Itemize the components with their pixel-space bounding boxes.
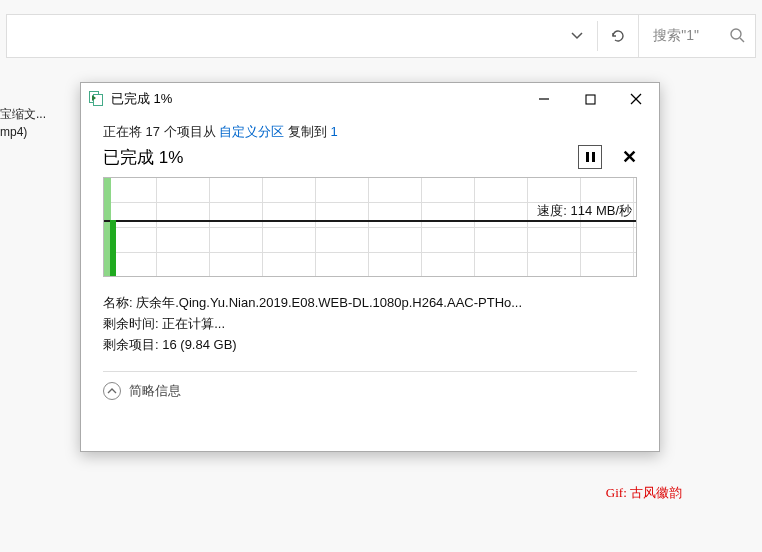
- search-box[interactable]: 搜索"1": [638, 15, 755, 57]
- progress-actions: ✕: [578, 145, 637, 169]
- file-item[interactable]: 宝缩文... mp4): [0, 105, 46, 141]
- graph-baseline: [104, 220, 636, 222]
- chevron-down-icon: [571, 30, 583, 42]
- minimize-button[interactable]: [521, 84, 567, 114]
- explorer-toolbar: 搜索"1": [6, 14, 756, 58]
- dialog-body: 正在将 17 个项目从 自定义分区 复制到 1 已完成 1% ✕ 速度: 114…: [81, 115, 659, 451]
- window-controls: [521, 84, 659, 114]
- maximize-button[interactable]: [567, 84, 613, 114]
- search-placeholder: 搜索"1": [653, 27, 699, 45]
- copy-icon: [89, 91, 105, 107]
- window-title: 已完成 1%: [111, 90, 172, 108]
- dest-link[interactable]: 1: [331, 124, 338, 139]
- copy-mid: 复制到: [284, 124, 330, 139]
- detail-remaining-time: 剩余时间: 正在计算...: [103, 314, 637, 335]
- search-icon: [729, 27, 745, 46]
- graph-spike: [110, 220, 116, 276]
- detail-name: 名称: 庆余年.Qing.Yu.Nian.2019.E08.WEB-DL.108…: [103, 293, 637, 314]
- svg-rect-3: [586, 95, 595, 104]
- brief-label: 简略信息: [129, 382, 181, 400]
- progress-header: 已完成 1% ✕: [103, 145, 637, 169]
- detail-remaining-items: 剩余项目: 16 (9.84 GB): [103, 335, 637, 356]
- svg-line-1: [740, 38, 744, 42]
- titlebar: 已完成 1%: [81, 83, 659, 115]
- maximize-icon: [585, 94, 596, 105]
- watermark: Gif: 古风徽韵: [606, 484, 682, 502]
- refresh-button[interactable]: [598, 15, 638, 57]
- source-link[interactable]: 自定义分区: [219, 124, 284, 139]
- copy-progress-dialog: 已完成 1% 正在将 17 个项目从 自定义分区 复制到 1 已完成 1% ✕: [80, 82, 660, 452]
- toolbar-right-controls: 搜索"1": [557, 15, 755, 57]
- details-block: 名称: 庆余年.Qing.Yu.Nian.2019.E08.WEB-DL.108…: [103, 293, 637, 355]
- refresh-icon: [610, 28, 626, 44]
- speed-label: 速度: 114 MB/秒: [537, 202, 632, 220]
- file-line2: mp4): [0, 123, 46, 141]
- close-button[interactable]: [613, 84, 659, 114]
- pause-icon: [586, 152, 595, 162]
- file-line1: 宝缩文...: [0, 105, 46, 123]
- chevron-up-icon: [103, 382, 121, 400]
- copy-prefix: 正在将 17 个项目从: [103, 124, 219, 139]
- svg-point-0: [731, 29, 741, 39]
- progress-label: 已完成 1%: [103, 146, 183, 169]
- copy-description: 正在将 17 个项目从 自定义分区 复制到 1: [103, 123, 637, 141]
- speed-graph: 速度: 114 MB/秒: [103, 177, 637, 277]
- minimize-icon: [538, 93, 550, 105]
- cancel-button[interactable]: ✕: [622, 148, 637, 166]
- close-icon: [630, 93, 642, 105]
- dropdown-button[interactable]: [557, 15, 597, 57]
- divider: [103, 371, 637, 372]
- brief-info-toggle[interactable]: 简略信息: [103, 382, 637, 410]
- pause-button[interactable]: [578, 145, 602, 169]
